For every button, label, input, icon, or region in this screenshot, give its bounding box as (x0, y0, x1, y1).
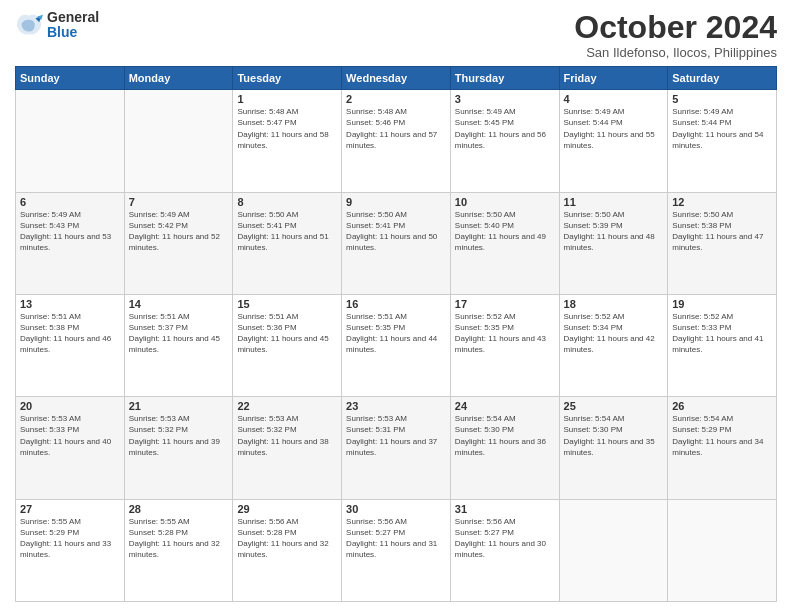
calendar-week-row: 13 Sunrise: 5:51 AM Sunset: 5:38 PM Dayl… (16, 294, 777, 396)
day-number: 18 (564, 298, 664, 310)
sunset-text: Sunset: 5:31 PM (346, 425, 405, 434)
sunset-text: Sunset: 5:27 PM (346, 528, 405, 537)
daylight-text: Daylight: 11 hours and 41 minutes. (672, 334, 763, 354)
sunset-text: Sunset: 5:40 PM (455, 221, 514, 230)
sunset-text: Sunset: 5:45 PM (455, 118, 514, 127)
table-row: 5 Sunrise: 5:49 AM Sunset: 5:44 PM Dayli… (668, 90, 777, 192)
day-info: Sunrise: 5:55 AM Sunset: 5:29 PM Dayligh… (20, 516, 120, 561)
daylight-text: Daylight: 11 hours and 45 minutes. (129, 334, 220, 354)
table-row: 25 Sunrise: 5:54 AM Sunset: 5:30 PM Dayl… (559, 397, 668, 499)
calendar-week-row: 27 Sunrise: 5:55 AM Sunset: 5:29 PM Dayl… (16, 499, 777, 601)
sunrise-text: Sunrise: 5:56 AM (346, 517, 407, 526)
sunrise-text: Sunrise: 5:51 AM (237, 312, 298, 321)
day-info: Sunrise: 5:56 AM Sunset: 5:27 PM Dayligh… (346, 516, 446, 561)
sunset-text: Sunset: 5:28 PM (129, 528, 188, 537)
sunset-text: Sunset: 5:35 PM (455, 323, 514, 332)
day-number: 27 (20, 503, 120, 515)
table-row: 27 Sunrise: 5:55 AM Sunset: 5:29 PM Dayl… (16, 499, 125, 601)
daylight-text: Daylight: 11 hours and 31 minutes. (346, 539, 437, 559)
day-info: Sunrise: 5:50 AM Sunset: 5:38 PM Dayligh… (672, 209, 772, 254)
calendar-header-row: Sunday Monday Tuesday Wednesday Thursday… (16, 67, 777, 90)
day-info: Sunrise: 5:53 AM Sunset: 5:33 PM Dayligh… (20, 413, 120, 458)
table-row (16, 90, 125, 192)
sunrise-text: Sunrise: 5:49 AM (672, 107, 733, 116)
daylight-text: Daylight: 11 hours and 51 minutes. (237, 232, 328, 252)
sunrise-text: Sunrise: 5:56 AM (237, 517, 298, 526)
sunset-text: Sunset: 5:38 PM (672, 221, 731, 230)
daylight-text: Daylight: 11 hours and 55 minutes. (564, 130, 655, 150)
day-info: Sunrise: 5:51 AM Sunset: 5:37 PM Dayligh… (129, 311, 229, 356)
sunrise-text: Sunrise: 5:51 AM (20, 312, 81, 321)
sunrise-text: Sunrise: 5:50 AM (237, 210, 298, 219)
daylight-text: Daylight: 11 hours and 38 minutes. (237, 437, 328, 457)
table-row: 6 Sunrise: 5:49 AM Sunset: 5:43 PM Dayli… (16, 192, 125, 294)
sunrise-text: Sunrise: 5:50 AM (564, 210, 625, 219)
daylight-text: Daylight: 11 hours and 56 minutes. (455, 130, 546, 150)
day-info: Sunrise: 5:53 AM Sunset: 5:32 PM Dayligh… (129, 413, 229, 458)
day-info: Sunrise: 5:54 AM Sunset: 5:30 PM Dayligh… (455, 413, 555, 458)
day-number: 20 (20, 400, 120, 412)
table-row (559, 499, 668, 601)
day-number: 21 (129, 400, 229, 412)
sunrise-text: Sunrise: 5:51 AM (346, 312, 407, 321)
page: General Blue October 2024 San Ildefonso,… (0, 0, 792, 612)
table-row: 17 Sunrise: 5:52 AM Sunset: 5:35 PM Dayl… (450, 294, 559, 396)
day-info: Sunrise: 5:53 AM Sunset: 5:32 PM Dayligh… (237, 413, 337, 458)
day-info: Sunrise: 5:54 AM Sunset: 5:30 PM Dayligh… (564, 413, 664, 458)
logo-general: General (47, 10, 99, 25)
day-number: 19 (672, 298, 772, 310)
sunrise-text: Sunrise: 5:53 AM (129, 414, 190, 423)
day-info: Sunrise: 5:49 AM Sunset: 5:43 PM Dayligh… (20, 209, 120, 254)
title-block: October 2024 San Ildefonso, Ilocos, Phil… (574, 10, 777, 60)
day-number: 15 (237, 298, 337, 310)
day-number: 11 (564, 196, 664, 208)
table-row: 28 Sunrise: 5:55 AM Sunset: 5:28 PM Dayl… (124, 499, 233, 601)
table-row: 20 Sunrise: 5:53 AM Sunset: 5:33 PM Dayl… (16, 397, 125, 499)
sunrise-text: Sunrise: 5:49 AM (455, 107, 516, 116)
day-info: Sunrise: 5:55 AM Sunset: 5:28 PM Dayligh… (129, 516, 229, 561)
table-row: 24 Sunrise: 5:54 AM Sunset: 5:30 PM Dayl… (450, 397, 559, 499)
sunrise-text: Sunrise: 5:54 AM (564, 414, 625, 423)
table-row: 16 Sunrise: 5:51 AM Sunset: 5:35 PM Dayl… (342, 294, 451, 396)
sunrise-text: Sunrise: 5:53 AM (20, 414, 81, 423)
table-row: 4 Sunrise: 5:49 AM Sunset: 5:44 PM Dayli… (559, 90, 668, 192)
col-wednesday: Wednesday (342, 67, 451, 90)
col-tuesday: Tuesday (233, 67, 342, 90)
daylight-text: Daylight: 11 hours and 40 minutes. (20, 437, 111, 457)
logo-blue: Blue (47, 25, 99, 40)
logo: General Blue (15, 10, 99, 41)
sunrise-text: Sunrise: 5:50 AM (346, 210, 407, 219)
sunset-text: Sunset: 5:43 PM (20, 221, 79, 230)
sunset-text: Sunset: 5:44 PM (672, 118, 731, 127)
sunrise-text: Sunrise: 5:48 AM (346, 107, 407, 116)
daylight-text: Daylight: 11 hours and 50 minutes. (346, 232, 437, 252)
day-number: 17 (455, 298, 555, 310)
sunrise-text: Sunrise: 5:49 AM (20, 210, 81, 219)
day-info: Sunrise: 5:52 AM Sunset: 5:34 PM Dayligh… (564, 311, 664, 356)
month-title: October 2024 (574, 10, 777, 45)
day-number: 14 (129, 298, 229, 310)
header: General Blue October 2024 San Ildefonso,… (15, 10, 777, 60)
col-saturday: Saturday (668, 67, 777, 90)
sunrise-text: Sunrise: 5:50 AM (672, 210, 733, 219)
daylight-text: Daylight: 11 hours and 45 minutes. (237, 334, 328, 354)
sunrise-text: Sunrise: 5:55 AM (129, 517, 190, 526)
sunset-text: Sunset: 5:42 PM (129, 221, 188, 230)
sunrise-text: Sunrise: 5:52 AM (455, 312, 516, 321)
day-number: 28 (129, 503, 229, 515)
daylight-text: Daylight: 11 hours and 47 minutes. (672, 232, 763, 252)
location-subtitle: San Ildefonso, Ilocos, Philippines (574, 45, 777, 60)
sunset-text: Sunset: 5:47 PM (237, 118, 296, 127)
col-sunday: Sunday (16, 67, 125, 90)
sunrise-text: Sunrise: 5:53 AM (237, 414, 298, 423)
sunrise-text: Sunrise: 5:51 AM (129, 312, 190, 321)
calendar-table: Sunday Monday Tuesday Wednesday Thursday… (15, 66, 777, 602)
sunset-text: Sunset: 5:35 PM (346, 323, 405, 332)
sunset-text: Sunset: 5:27 PM (455, 528, 514, 537)
day-number: 22 (237, 400, 337, 412)
table-row: 18 Sunrise: 5:52 AM Sunset: 5:34 PM Dayl… (559, 294, 668, 396)
sunset-text: Sunset: 5:33 PM (20, 425, 79, 434)
table-row: 7 Sunrise: 5:49 AM Sunset: 5:42 PM Dayli… (124, 192, 233, 294)
day-info: Sunrise: 5:51 AM Sunset: 5:38 PM Dayligh… (20, 311, 120, 356)
day-info: Sunrise: 5:50 AM Sunset: 5:39 PM Dayligh… (564, 209, 664, 254)
